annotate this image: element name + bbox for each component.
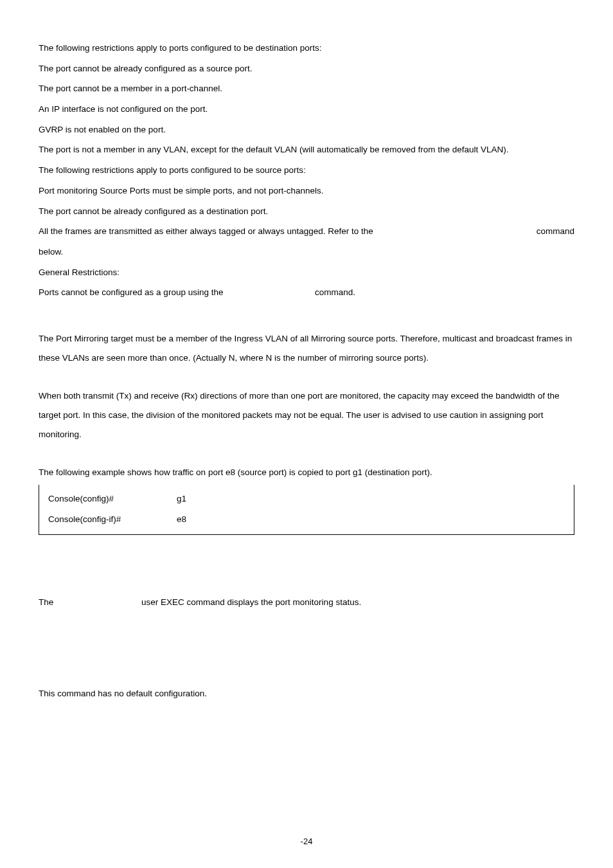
paragraph: The following example shows how traffic … <box>39 463 574 482</box>
document-body: The following restrictions apply to port… <box>39 39 574 703</box>
code-argument: g1 <box>177 489 565 509</box>
paragraph: The port cannot be a member in a port-ch… <box>39 79 574 98</box>
code-example-block: Console(config)# g1 Console(config-if)# … <box>39 485 574 535</box>
paragraph: GVRP is not enabled on the port. <box>39 120 574 140</box>
paragraph-text: command <box>537 222 574 241</box>
paragraph: The port cannot be already configured as… <box>39 59 574 78</box>
paragraph-text: Ports cannot be configured as a group us… <box>39 283 315 302</box>
paragraph-split: The user EXEC command displays the port … <box>39 593 574 612</box>
paragraph: An IP interface is not configured on the… <box>39 100 574 119</box>
paragraph: When both transmit (Tx) and receive (Rx)… <box>39 386 574 444</box>
paragraph: The port cannot be already configured as… <box>39 202 574 221</box>
paragraph: The Port Mirroring target must be a memb… <box>39 329 574 367</box>
paragraph: The port is not a member in any VLAN, ex… <box>39 140 574 159</box>
paragraph-split: Ports cannot be configured as a group us… <box>39 283 574 302</box>
code-row: Console(config)# g1 <box>48 489 565 509</box>
code-prompt: Console(config)# <box>48 489 177 509</box>
paragraph-text: command. <box>315 283 355 302</box>
page-number: -24 <box>0 833 613 851</box>
code-row: Console(config-if)# e8 <box>48 509 565 530</box>
paragraph: Port monitoring Source Ports must be sim… <box>39 181 574 201</box>
paragraph: The following restrictions apply to port… <box>39 39 574 58</box>
code-argument: e8 <box>177 509 565 530</box>
paragraph: This command has no default configuratio… <box>39 684 574 703</box>
code-prompt: Console(config-if)# <box>48 509 177 530</box>
paragraph-text: The <box>39 593 141 612</box>
paragraph-text: All the frames are transmitted as either… <box>39 222 537 241</box>
paragraph-text: user EXEC command displays the port moni… <box>141 593 361 612</box>
paragraph: General Restrictions: <box>39 263 574 282</box>
paragraph: The following restrictions apply to port… <box>39 161 574 180</box>
paragraph: below. <box>39 242 574 262</box>
paragraph-split: All the frames are transmitted as either… <box>39 222 574 241</box>
